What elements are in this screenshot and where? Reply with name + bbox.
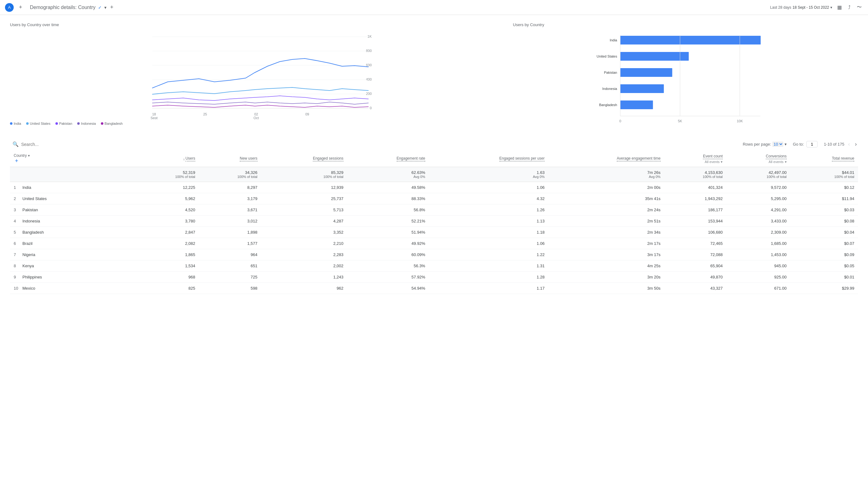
th-engaged-per-user[interactable]: Engaged sessions per user <box>429 151 548 167</box>
cell-engaged-per-user: 1.28 <box>429 271 548 283</box>
page-title-area: Demographic details: Country ✓ ▾ + <box>30 4 770 10</box>
cell-users: 2,847 <box>137 227 199 238</box>
cell-engagement-rate: 57.92% <box>347 271 429 283</box>
row-rank: 5 <box>14 230 20 234</box>
cell-engaged-per-user: 1.17 <box>429 283 548 294</box>
svg-text:India: India <box>610 38 617 42</box>
cell-engaged-per-user: 1.06 <box>429 182 548 193</box>
table-row: 3 Pakistan 4,520 3,671 5,713 56.8% 1.26 … <box>10 204 858 216</box>
table-body: 52,319 100% of total 34,326 100% of tota… <box>10 167 858 294</box>
search-input[interactable] <box>21 142 84 147</box>
cell-conversions: 5,295.00 <box>726 193 790 204</box>
cell-avg-engagement: 2m 00s <box>548 182 664 193</box>
country-name: Pakistan <box>23 207 38 212</box>
th-country[interactable]: Country ▾ + <box>10 151 137 167</box>
row-rank: 8 <box>14 263 20 268</box>
cell-engaged-sessions: 12,939 <box>261 182 347 193</box>
rows-per-page-select[interactable]: 10 25 50 <box>772 141 783 147</box>
svg-text:Oct: Oct <box>253 116 259 119</box>
customize-report-icon[interactable]: ▦ <box>836 3 843 11</box>
cell-event-count: 106,680 <box>664 227 727 238</box>
cell-users: 1,534 <box>137 260 199 271</box>
cell-new-users: 3,012 <box>199 216 261 227</box>
th-total-revenue[interactable]: Total revenue <box>790 151 858 167</box>
cell-revenue: $0.07 <box>790 238 858 249</box>
share-icon[interactable]: ⤴ <box>847 3 852 11</box>
legend-dot-indonesia <box>77 122 80 125</box>
th-new-users-label: New users <box>240 156 257 161</box>
conversions-sub-label: All events <box>769 160 784 164</box>
explore-icon[interactable]: 〜 <box>856 3 863 12</box>
th-users[interactable]: ↓ Users <box>137 151 199 167</box>
sort-asc-icon: ↓ <box>183 157 185 161</box>
cell-engaged-per-user: 1.26 <box>429 204 548 216</box>
cell-country: 4 Indonesia <box>10 216 137 227</box>
country-name: Indonesia <box>23 219 40 223</box>
th-sort-icon: ▾ <box>28 154 30 158</box>
svg-text:02: 02 <box>254 112 258 116</box>
goto-input[interactable] <box>806 141 817 148</box>
svg-text:800: 800 <box>366 49 371 53</box>
user-avatar[interactable]: A <box>5 3 14 12</box>
svg-text:Bangladesh: Bangladesh <box>599 103 617 107</box>
total-conversions: 42,497.00 100% of total <box>726 167 790 182</box>
bar-bangladesh <box>620 100 653 109</box>
total-engaged-sessions: 85,329 100% of total <box>261 167 347 182</box>
add-dimension-button[interactable]: + <box>14 158 20 164</box>
cell-engagement-rate: 51.94% <box>347 227 429 238</box>
cell-avg-engagement: 2m 24s <box>548 204 664 216</box>
page-count: 1-10 of 175 <box>824 142 844 147</box>
th-event-count-label: Event count <box>703 154 723 159</box>
cell-users: 825 <box>137 283 199 294</box>
line-chart-title: Users by Country over time <box>10 23 503 27</box>
cell-country: 5 Bangladesh <box>10 227 137 238</box>
total-new-users: 34,326 100% of total <box>199 167 261 182</box>
next-page-button[interactable]: › <box>854 140 858 148</box>
add-tab-button[interactable]: + <box>16 3 25 12</box>
cell-users: 1,865 <box>137 249 199 260</box>
th-conversions-sub[interactable]: All events ▾ <box>769 160 787 164</box>
title-text: Demographic details: Country <box>30 5 96 10</box>
cell-new-users: 1,577 <box>199 238 261 249</box>
svg-text:600: 600 <box>366 63 371 67</box>
row-rank: 10 <box>14 286 20 291</box>
total-engaged-per-user: 1.63 Avg 0% <box>429 167 548 182</box>
legend-bangladesh: Bangladesh <box>101 122 123 125</box>
main-content: Users by Country over time 1K 800 600 40… <box>0 15 868 301</box>
row-rank: 1 <box>14 185 20 190</box>
dropdown-chevron-icon[interactable]: ▾ <box>104 5 106 10</box>
date-chevron-icon: ▾ <box>830 5 832 10</box>
cell-engaged-sessions: 25,737 <box>261 193 347 204</box>
th-engagement-rate[interactable]: Engagement rate <box>347 151 429 167</box>
cell-engagement-rate: 60.09% <box>347 249 429 260</box>
cell-new-users: 964 <box>199 249 261 260</box>
prev-page-button[interactable]: ‹ <box>847 140 851 148</box>
th-engaged-sessions[interactable]: Engaged sessions <box>261 151 347 167</box>
date-range-selector[interactable]: Last 28 days 18 Sept - 15 Oct 2022 ▾ <box>770 5 832 10</box>
cell-engagement-rate: 56.3% <box>347 260 429 271</box>
cell-avg-engagement: 2m 51s <box>548 216 664 227</box>
th-avg-engagement[interactable]: Average engagement time <box>548 151 664 167</box>
country-name: Philippines <box>23 275 42 279</box>
legend-label-india: India <box>14 122 21 125</box>
legend-india: India <box>10 122 21 125</box>
svg-text:1K: 1K <box>367 35 372 38</box>
cell-revenue: $0.08 <box>790 216 858 227</box>
total-event-count: 4,153,630 100% of total <box>664 167 727 182</box>
total-avg-engagement: 7m 26s Avg 0% <box>548 167 664 182</box>
th-conversions[interactable]: Conversions All events ▾ <box>726 151 790 167</box>
add-page-icon[interactable]: + <box>110 4 114 10</box>
cell-engaged-sessions: 962 <box>261 283 347 294</box>
legend-pakistan: Pakistan <box>55 122 72 125</box>
th-event-count[interactable]: Event count All events ▾ <box>664 151 727 167</box>
th-event-count-sub[interactable]: All events ▾ <box>705 160 723 164</box>
th-new-users[interactable]: New users <box>199 151 261 167</box>
bar-india <box>620 36 761 44</box>
country-name: Mexico <box>23 286 35 291</box>
table-row: 2 United States 5,962 3,179 25,737 88.33… <box>10 193 858 204</box>
country-name: Bangladesh <box>23 230 44 234</box>
goto-label: Go to: <box>793 142 804 147</box>
row-rank: 7 <box>14 252 20 257</box>
cell-avg-engagement: 2m 17s <box>548 238 664 249</box>
cell-conversions: 3,433.00 <box>726 216 790 227</box>
